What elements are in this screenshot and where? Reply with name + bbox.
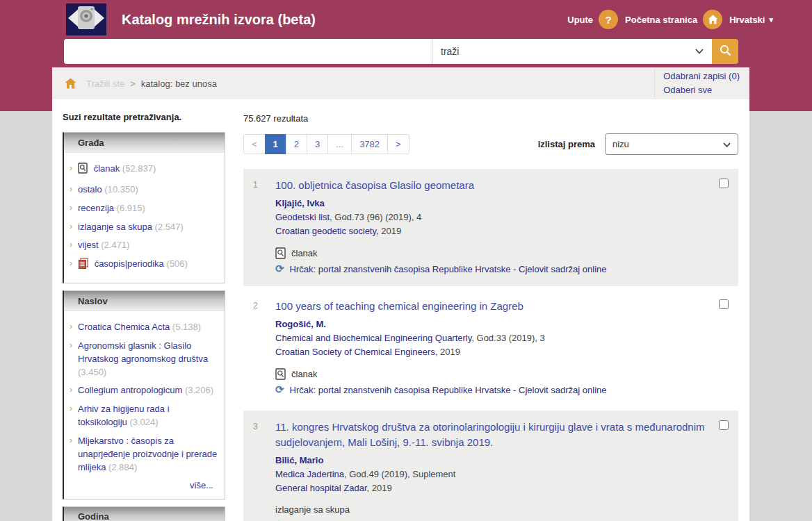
facet-count: (2.547)	[155, 222, 184, 232]
facet-count: (5.138)	[172, 322, 201, 332]
facet-item-arhiv[interactable]: › Arhiv za higijenu rada i toksikologiju…	[68, 400, 219, 432]
result-author-link[interactable]: Bilić, Mario	[275, 455, 323, 465]
result-type-label: izlaganje sa skupa	[275, 504, 350, 515]
chevron-right-icon: ›	[70, 257, 72, 270]
facet-count: (506)	[166, 258, 187, 269]
search-button[interactable]	[712, 39, 738, 64]
result-title-link[interactable]: 11. kongres Hrvatskog društva za otorino…	[275, 420, 710, 450]
results-area: 75.627 rezultata < 1 2 3 ... 3782 > izli…	[229, 99, 749, 521]
filter-sidebar: Suzi rezultate pretraživanja. Građa › čl…	[52, 99, 229, 521]
facet-item-casopis[interactable]: › časopis|periodika (506)	[68, 255, 219, 276]
search-field-select[interactable]: traži	[432, 39, 712, 64]
chevron-right-icon: ›	[70, 183, 72, 196]
page-2-button[interactable]: 2	[286, 134, 307, 154]
breadcrumb: Tražili ste > katalog: bez unosa Odabran…	[52, 67, 749, 99]
facet-item-izlaganje[interactable]: › izlaganje sa skupa (2.547)	[68, 218, 219, 237]
chevron-right-icon: ›	[70, 383, 72, 397]
facet-link[interactable]: članak	[94, 163, 120, 174]
facet-link[interactable]: Mljekarstvo : časopis za unaprjeđenje pr…	[78, 436, 217, 472]
result-source-link[interactable]: Geodetski list	[275, 212, 330, 222]
facet-header: Građa	[64, 133, 225, 153]
facet-count: (3.024)	[129, 417, 158, 427]
facet-item-clanak[interactable]: › članak (52.837)	[68, 160, 219, 181]
facet-count: (2.884)	[108, 462, 137, 472]
facet-item-mljekarstvo[interactable]: › Mljekarstvo : časopis za unaprjeđenje …	[68, 432, 219, 477]
facet-link[interactable]: recenzija	[78, 203, 114, 213]
result-author-link[interactable]: Kljajić, Ivka	[275, 198, 325, 208]
chevron-right-icon: ›	[70, 402, 72, 415]
result-source-link[interactable]: Chemical and Biochemical Engineering Qua…	[275, 333, 471, 343]
facet-count: (52.837)	[122, 163, 156, 174]
result-number: 1	[253, 180, 258, 190]
help-link[interactable]: Upute	[567, 15, 593, 25]
page-next-button[interactable]: >	[387, 134, 409, 154]
page-last-button[interactable]: 3782	[351, 134, 388, 154]
header-links: Upute ? Početna stranica Hrvatski ▾	[567, 10, 773, 29]
chevron-down-icon	[695, 47, 704, 56]
selected-records-link[interactable]: Odabrani zapisi (0)	[663, 69, 740, 83]
pagination: < 1 2 3 ... 3782 >	[243, 134, 409, 154]
help-icon[interactable]: ?	[599, 10, 618, 29]
result-publisher-link[interactable]: General hospital Zadar	[275, 483, 367, 493]
results-count: 75.627 rezultata	[243, 113, 738, 124]
result-type-label: članak	[291, 369, 318, 379]
result-checkbox[interactable]	[719, 179, 729, 188]
sort-value: nizu	[612, 139, 723, 149]
chevron-right-icon: ›	[70, 220, 72, 233]
more-link[interactable]: više...	[68, 477, 219, 492]
library-logo-icon[interactable]	[66, 3, 106, 35]
chevron-down-icon	[723, 140, 731, 149]
page-3-button[interactable]: 3	[307, 134, 328, 154]
search-field-value: traži	[441, 46, 695, 57]
facet-item-agronomski[interactable]: › Agronomski glasnik : Glasilo Hrvatskog…	[68, 337, 219, 382]
result-publisher-link[interactable]: Croatian Society of Chemical Engineers	[275, 347, 435, 357]
chevron-down-icon[interactable]: ▾	[769, 15, 773, 24]
facet-header: Naslov	[64, 291, 225, 311]
breadcrumb-home-icon[interactable]	[65, 78, 76, 89]
facet-header-label: Naslov	[64, 296, 108, 306]
page-ellipsis: ...	[327, 134, 352, 154]
sort-select[interactable]: nizu	[605, 133, 738, 155]
facet-link[interactable]: Collegium antropologicum	[78, 385, 182, 395]
facet-box-naslov: Naslov › Croatica Chemica Acta (5.138) ›…	[63, 290, 225, 499]
search-icon	[720, 44, 731, 58]
facet-link[interactable]: Agronomski glasnik : Glasilo Hrvatskog a…	[78, 340, 208, 364]
page-prev-button[interactable]: <	[243, 134, 266, 154]
search-input[interactable]	[64, 39, 432, 64]
page-1-button[interactable]: 1	[265, 134, 286, 154]
select-all-link[interactable]: Odaberi sve	[663, 83, 740, 97]
language-selector[interactable]: Hrvatski	[729, 15, 765, 25]
result-source-link[interactable]: Medica Jadertina	[275, 469, 344, 479]
facet-link[interactable]: Croatica Chemica Acta	[78, 322, 170, 332]
content-panel: Tražili ste > katalog: bez unosa Odabran…	[52, 67, 749, 521]
facet-item-croatica[interactable]: › Croatica Chemica Acta (5.138)	[68, 318, 219, 337]
facet-item-ostalo[interactable]: › ostalo (10.350)	[68, 181, 219, 199]
availability-link[interactable]: Hrčak: portal znanstvenih časopisa Repub…	[290, 264, 607, 274]
facet-header-label: Godina	[64, 511, 109, 521]
facet-item-vijest[interactable]: › vijest (2.471)	[68, 236, 219, 255]
result-title-link[interactable]: 100. obljetnica časopisa Glasilo geometa…	[275, 178, 474, 193]
result-type-label: članak	[291, 248, 318, 258]
chevron-right-icon: ›	[70, 162, 72, 175]
facet-count: (3.206)	[185, 385, 213, 395]
facet-link[interactable]: časopis|periodika	[95, 258, 164, 269]
article-search-icon	[275, 368, 286, 380]
result-title-link[interactable]: 100 years of teaching chemical engineeri…	[275, 299, 523, 314]
hrcak-sync-icon: ⟳	[275, 518, 284, 521]
facet-link[interactable]: izlaganje sa skupa	[78, 222, 152, 232]
facet-link[interactable]: vijest	[78, 240, 99, 250]
facet-item-collegium[interactable]: › Collegium antropologicum (3.206)	[68, 381, 219, 400]
hrcak-sync-icon: ⟳	[275, 263, 284, 275]
result-publisher-link[interactable]: Croatian geodetic society	[275, 226, 376, 236]
facet-link[interactable]: ostalo	[78, 184, 102, 195]
home-icon[interactable]	[703, 10, 722, 29]
breadcrumb-trail-label: Tražili ste	[86, 78, 124, 89]
availability-link[interactable]: Hrčak: portal znanstvenih časopisa Repub…	[290, 385, 607, 395]
result-checkbox[interactable]	[719, 299, 729, 309]
result-checkbox[interactable]	[719, 420, 729, 430]
result-author-link[interactable]: Rogošić, M.	[275, 319, 326, 329]
chevron-right-icon: ›	[70, 434, 72, 447]
home-link[interactable]: Početna stranica	[625, 15, 697, 25]
result-number: 3	[253, 422, 258, 431]
facet-item-recenzija[interactable]: › recenzija (6.915)	[68, 199, 219, 218]
